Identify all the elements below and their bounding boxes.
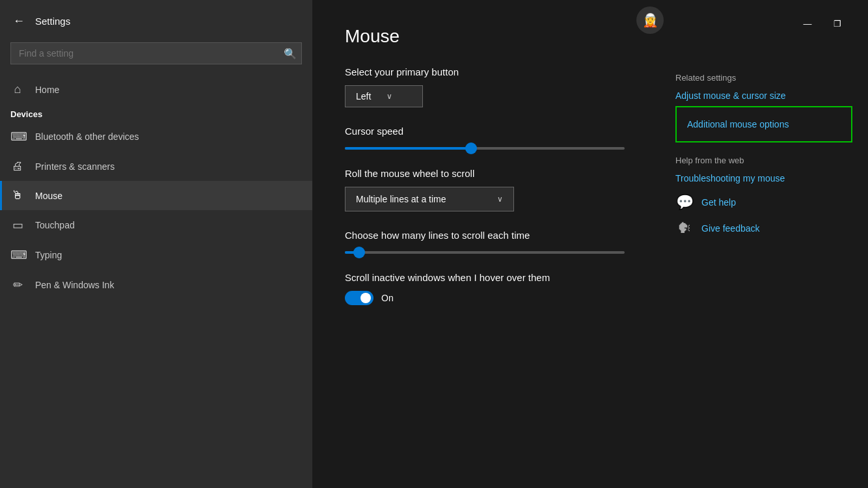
sidebar-item-mouse[interactable]: 🖱 Mouse [0,181,312,210]
cursor-speed-fill [345,147,471,150]
page-title: Mouse [345,26,634,47]
printer-icon: 🖨 [10,159,25,173]
printers-label: Printers & scanners [35,161,115,172]
scroll-inactive-toggle-row: On [345,291,634,305]
primary-button-value: Left [356,91,371,102]
scroll-lines-label: Choose how many lines to scroll each tim… [345,230,634,241]
related-settings-title: Related settings [675,73,852,83]
main-content: Mouse Select your primary button Left ∨ … [312,0,660,488]
scroll-wheel-section: Roll the mouse wheel to scroll Multiple … [345,168,634,211]
sidebar-item-touchpad[interactable]: ▭ Touchpad [0,210,312,240]
bluetooth-icon: ⌨ [10,129,25,144]
scroll-wheel-value: Multiple lines at a time [356,194,446,204]
home-label: Home [35,85,59,95]
home-icon: ⌂ [10,83,25,96]
typing-icon: ⌨ [10,248,25,262]
give-feedback-icon: 🗣 [675,220,694,237]
give-feedback-label: Give feedback [701,223,760,234]
search-icon[interactable]: 🔍 [284,47,297,60]
sidebar-item-pen[interactable]: ✏ Pen & Windows Ink [0,270,312,300]
adjust-mouse-cursor-link[interactable]: Adjust mouse & cursor size [675,90,852,101]
toggle-knob [360,293,371,303]
primary-button-section: Select your primary button Left ∨ [345,66,634,107]
sidebar-title: Settings [35,16,70,27]
avatar: 🧝 [636,7,664,34]
typing-label: Typing [35,250,62,260]
restore-button[interactable]: ❐ [822,13,852,34]
scroll-lines-thumb[interactable] [353,247,365,258]
primary-button-dropdown[interactable]: Left ∨ [345,85,423,107]
sidebar: ← Settings 🔍 ⌂ Home Devices ⌨ Bluetooth … [0,0,312,488]
scroll-inactive-toggle[interactable] [345,291,373,305]
scroll-lines-slider[interactable] [345,251,625,254]
search-input[interactable] [10,42,302,64]
cursor-speed-label: Cursor speed [345,126,634,137]
mouse-label: Mouse [35,191,62,201]
sidebar-header: ← Settings [0,0,312,42]
cursor-speed-section: Cursor speed [345,126,634,150]
cursor-speed-thumb[interactable] [465,142,477,154]
touchpad-icon: ▭ [10,218,25,232]
pen-label: Pen & Windows Ink [35,280,114,290]
primary-button-label: Select your primary button [345,66,634,77]
mouse-icon: 🖱 [10,189,25,202]
scroll-inactive-label: Scroll inactive windows when I hover ove… [345,272,634,283]
troubleshoot-link[interactable]: Troubleshooting my mouse [675,173,852,183]
touchpad-label: Touchpad [35,220,75,230]
cursor-speed-track [345,147,625,150]
sidebar-item-bluetooth[interactable]: ⌨ Bluetooth & other devices [0,122,312,152]
search-box: 🔍 [10,42,302,64]
primary-button-arrow: ∨ [387,92,392,101]
pen-icon: ✏ [10,278,25,292]
help-title: Help from the web [675,156,852,165]
scroll-lines-section: Choose how many lines to scroll each tim… [345,230,634,254]
sidebar-item-home[interactable]: ⌂ Home [0,75,312,104]
scroll-inactive-section: Scroll inactive windows when I hover ove… [345,272,634,305]
scroll-lines-track [345,251,625,254]
get-help-label: Get help [701,197,736,208]
scroll-inactive-toggle-label: On [381,293,394,303]
scroll-wheel-arrow: ∨ [497,195,503,204]
section-label: Devices [0,104,312,122]
get-help-item[interactable]: 💬 Get help [675,194,852,211]
additional-mouse-options-link[interactable]: Additional mouse options [675,106,852,142]
sidebar-item-typing[interactable]: ⌨ Typing [0,240,312,270]
scroll-wheel-label: Roll the mouse wheel to scroll [345,168,634,179]
minimize-button[interactable]: — [793,13,822,34]
get-help-icon: 💬 [675,194,694,211]
scroll-wheel-dropdown[interactable]: Multiple lines at a time ∨ [345,187,514,211]
bluetooth-label: Bluetooth & other devices [35,131,139,142]
cursor-speed-slider[interactable] [345,147,625,150]
give-feedback-item[interactable]: 🗣 Give feedback [675,220,852,237]
right-panel: 🧝 — ❐ Related settings Adjust mouse & cu… [660,0,868,488]
sidebar-item-printers[interactable]: 🖨 Printers & scanners [0,152,312,181]
back-button[interactable]: ← [10,12,27,31]
